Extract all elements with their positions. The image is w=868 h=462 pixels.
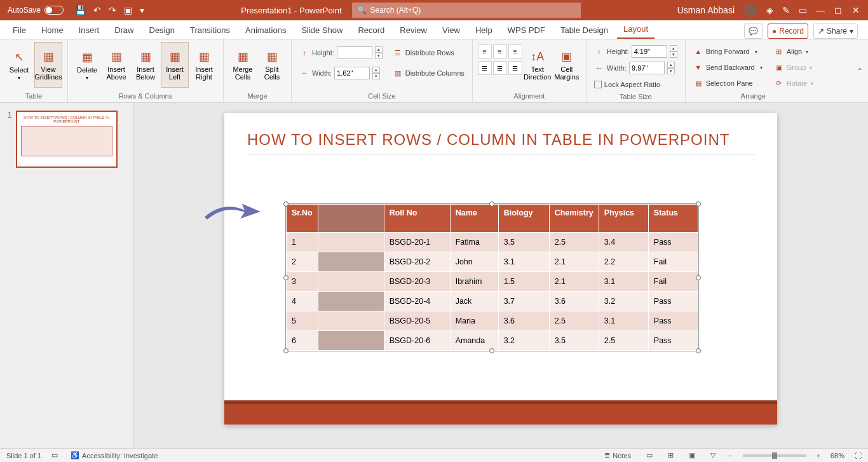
select-button[interactable]: ↖Select▾ [5,42,33,88]
table-cell[interactable]: BSGD-20-6 [384,331,450,351]
tab-animations[interactable]: Animations [239,22,292,39]
table-cell[interactable] [318,252,384,272]
send-backward-button[interactable]: ▼Send Backward▾ [691,60,765,74]
record-button[interactable]: ●Record [768,24,808,39]
table-row[interactable]: 1BSGD-20-1Fatima3.52.53.4Pass [287,233,698,252]
table-cell[interactable]: 3.4 [599,233,648,252]
align-top-button[interactable]: ☰ [478,61,492,75]
table-cell[interactable]: BSGD-20-2 [384,252,450,272]
zoom-slider[interactable] [743,454,806,457]
table-cell[interactable]: BSGD-20-3 [384,272,450,292]
table-row[interactable]: 3BSGD-20-3Ibrahim1.52.13.1Fail [287,272,698,292]
qat-more-icon[interactable]: ▾ [140,5,144,15]
table-cell[interactable]: 3.6 [549,292,599,311]
table-cell[interactable]: 3.1 [599,311,648,331]
insert-below-button[interactable]: ▦Insert Below [132,42,159,88]
resize-handle[interactable] [696,201,701,207]
split-cells-button[interactable]: ▦Split Cells [258,42,286,88]
tab-draw[interactable]: Draw [108,22,140,39]
maximize-button[interactable]: ◻ [834,6,843,15]
table-cell[interactable]: 3.1 [599,272,648,292]
table-cell[interactable]: 5 [287,311,318,331]
distribute-rows-button[interactable]: ☰Distribute Rows [390,46,467,60]
resize-handle[interactable] [696,275,701,280]
resize-handle[interactable] [283,275,288,280]
tab-table-design[interactable]: Table Design [554,22,614,39]
normal-view-button[interactable]: ▭ [644,451,655,459]
table-cell[interactable]: 2.2 [599,252,648,272]
distribute-columns-button[interactable]: ▥Distribute Columns [390,66,467,80]
table-row[interactable]: 4BSGD-20-4Jack3.73.63.2Pass [287,292,698,311]
slide-title[interactable]: HOW TO INSERT ROWS / COLUMN IN TABLE IN … [247,131,754,149]
accessibility-button[interactable]: ♿Accessibility: Investigate [68,451,160,459]
fit-to-window-button[interactable]: ⛶ [855,452,862,459]
group-button[interactable]: ▣Group▾ [771,60,816,74]
window-layout-icon[interactable]: ▭ [799,5,807,15]
table-cell[interactable]: 6 [287,331,318,351]
table-cell[interactable] [318,272,384,292]
cell-width-input[interactable] [334,67,370,79]
search-input[interactable]: 🔍 Search (Alt+Q) [352,3,581,18]
text-direction-button[interactable]: ↕AText Direction [524,42,552,88]
table-cell[interactable] [318,233,384,252]
table-cell[interactable]: 1 [287,233,318,252]
sorter-view-button[interactable]: ⊞ [665,451,676,459]
tab-review[interactable]: Review [393,22,433,39]
table-cell[interactable]: Pass [648,311,698,331]
tab-home[interactable]: Home [35,22,70,39]
insert-right-button[interactable]: ▦Insert Right [190,42,218,88]
table-row[interactable]: 2BSGD-20-2John3.12.12.2Fail [287,252,698,272]
cell-margins-button[interactable]: ▣Cell Margins [553,42,581,88]
notes-button[interactable]: ≣Notes [602,451,634,459]
table-cell[interactable] [318,292,384,311]
table-header-cell[interactable] [318,205,384,233]
data-table[interactable]: Sr.NoRoll NoNameBiologyChemistryPhysicsS… [286,204,698,351]
table-header-cell[interactable]: Biology [498,205,549,233]
spin-up[interactable]: ▴ [670,45,677,51]
table-cell[interactable]: 3.2 [599,292,648,311]
table-cell[interactable]: 2.5 [549,233,599,252]
tab-insert[interactable]: Insert [72,22,106,39]
slide-thumbnail-1[interactable]: HOW TO INSERT ROWS / COLUMN IN TABLE IN … [16,111,118,168]
align-center-button[interactable]: ≡ [493,44,507,58]
table-height-input[interactable] [632,45,667,58]
diamond-icon[interactable]: ◈ [766,5,773,15]
slide[interactable]: HOW TO INSERT ROWS / COLUMN IN TABLE IN … [224,113,777,425]
cell-height-input[interactable] [337,46,372,59]
cell-width-field[interactable]: ↔Width:▴▾ [297,66,385,80]
table-cell[interactable]: Amanda [450,331,498,351]
table-cell[interactable]: BSGD-20-1 [384,233,450,252]
tab-wps-pdf[interactable]: WPS PDF [501,22,552,39]
user-name[interactable]: Usman Abbasi [677,5,735,15]
table-width-input[interactable] [629,62,665,74]
spin-down[interactable]: ▾ [372,73,380,79]
spin-up[interactable]: ▴ [375,46,383,53]
table-cell[interactable]: 3.6 [498,311,549,331]
table-cell[interactable] [318,311,384,331]
table-cell[interactable]: 4 [287,292,318,311]
table-cell[interactable]: Pass [648,331,698,351]
bring-forward-button[interactable]: ▲Bring Forward▾ [691,44,765,58]
table-cell[interactable]: Fail [648,252,698,272]
table-cell[interactable]: 2.5 [549,311,599,331]
collapse-ribbon-button[interactable]: ⌃ [851,64,868,78]
zoom-in-button[interactable]: + [817,452,820,459]
share-button[interactable]: ↗Share▾ [813,24,858,39]
table-cell[interactable]: 1.5 [498,272,549,292]
zoom-out-button[interactable]: − [728,452,732,459]
merge-cells-button[interactable]: ▦Merge Cells [229,42,257,88]
table-cell[interactable]: BSGD-20-5 [384,311,450,331]
delete-button[interactable]: ▦Delete▾ [73,42,101,88]
table-cell[interactable] [318,331,384,351]
redo-icon[interactable]: ↷ [109,5,116,15]
table-cell[interactable]: 3.1 [498,252,549,272]
table-header-cell[interactable]: Physics [599,205,648,233]
insert-left-button[interactable]: ▦Insert Left [161,42,189,88]
resize-handle[interactable] [489,348,494,353]
tab-help[interactable]: Help [469,22,499,39]
table-header-cell[interactable]: Chemistry [549,205,599,233]
table-cell[interactable]: Ibrahim [450,272,498,292]
table-header-cell[interactable]: Sr.No [287,205,318,233]
table-cell[interactable]: 3 [287,272,318,292]
view-gridlines-button[interactable]: ▦View Gridlines [34,42,62,88]
